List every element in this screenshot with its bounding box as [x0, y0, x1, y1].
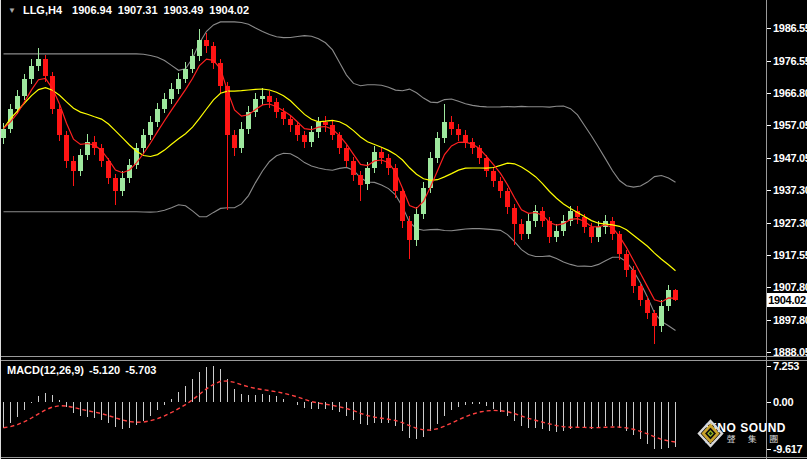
panel-separator[interactable]	[0, 356, 807, 357]
macd-axis-label-tick	[767, 449, 771, 450]
price-axis-label-tick	[767, 320, 771, 321]
trading-terminal-window: ▼LLG,H41906.941907.311903.491904.02 MACD…	[0, 0, 807, 459]
diamond-logo-icon	[697, 419, 724, 448]
current-price-value: 1904.02	[768, 294, 806, 306]
price-axis-label-tick	[767, 93, 771, 94]
chart-title: ▼LLG,H41906.941907.311903.491904.02	[8, 4, 255, 16]
broker-logo: SiNO SOUND 漢 聲 集 團	[697, 422, 786, 445]
price-axis-label: 1917.55	[773, 249, 807, 261]
macd-signal-value: -5.703	[125, 364, 156, 376]
price-axis-label: 1966.80	[773, 87, 807, 99]
macd-name: MACD(12,26,9)	[7, 364, 84, 376]
price-axis-label-tick	[767, 28, 771, 29]
price-axis-label-tick	[767, 190, 771, 191]
price-axis-label: 1947.05	[773, 152, 807, 164]
open-value: 1906.94	[72, 4, 112, 16]
close-value: 1904.02	[209, 4, 249, 16]
price-axis-label-tick	[767, 352, 771, 353]
price-axis-label-tick	[767, 255, 771, 256]
symbol-timeframe-label: LLG,H4	[23, 4, 62, 16]
macd-indicator-label: MACD(12,26,9)-5.120-5.703	[7, 364, 161, 376]
symbol-dropdown-icon[interactable]: ▼	[8, 6, 16, 15]
macd-axis-label: 0.00	[773, 396, 793, 408]
macd-axis-label-tick	[767, 402, 771, 403]
low-value: 1903.49	[164, 4, 204, 16]
price-axis-label: 1937.30	[773, 184, 807, 196]
price-axis-label-tick	[767, 287, 771, 288]
high-value: 1907.31	[118, 4, 158, 16]
window-bottom-border	[0, 457, 807, 458]
price-axis-label-tick	[767, 125, 771, 126]
window-left-border	[0, 0, 1, 459]
price-axis-label-tick	[767, 61, 771, 62]
price-axis-label: 1897.80	[773, 314, 807, 326]
price-axis[interactable]: 1986.551976.551966.801957.051947.051937.…	[767, 0, 807, 459]
macd-axis-label-tick	[767, 366, 771, 367]
price-axis-label-tick	[767, 223, 771, 224]
price-axis-label: 1927.30	[773, 217, 807, 229]
price-axis-label: 1976.55	[773, 55, 807, 67]
macd-axis-label: 7.253	[773, 360, 799, 372]
price-axis-label: 1907.80	[773, 281, 807, 293]
price-axis-label-tick	[767, 158, 771, 159]
price-axis-label: 1957.05	[773, 119, 807, 131]
current-price-tag: 1904.02	[767, 293, 807, 307]
price-axis-label: 1888.05	[773, 346, 807, 358]
price-chart-canvas[interactable]	[0, 0, 766, 357]
macd-main-value: -5.120	[89, 364, 120, 376]
price-axis-label: 1986.55	[773, 22, 807, 34]
